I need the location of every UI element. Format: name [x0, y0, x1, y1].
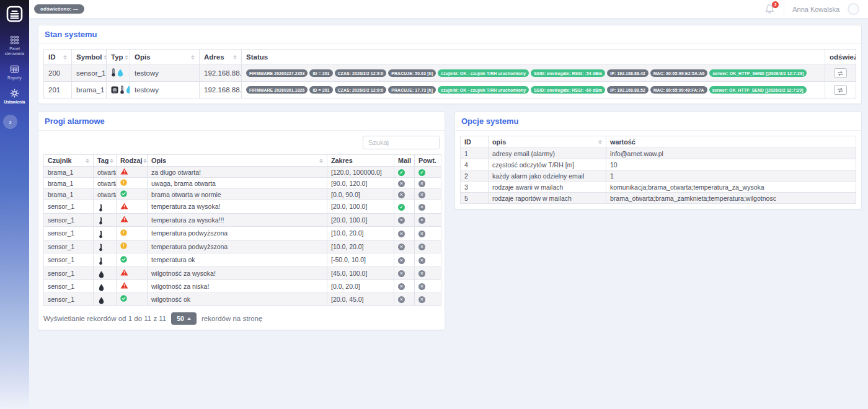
column-header-wartosc: wartość [606, 136, 856, 148]
cell-rodzaj [117, 213, 148, 227]
thermometer-icon [99, 231, 103, 239]
cell-zakres: [0.0, 90.0] [327, 189, 394, 200]
column-header-tag[interactable]: Tag [94, 155, 117, 167]
cross-icon: × [398, 180, 405, 187]
stan-systemu-panel: Stan systemu ID Symbol Typ Opis [38, 25, 862, 104]
cell-rodzaj [117, 266, 148, 279]
status-badge: MAC: 80:65:99:E2:5A:A6 [650, 69, 708, 77]
cell-zakres: [45.0, 100.0] [327, 266, 394, 279]
check-icon: ✓ [398, 169, 405, 176]
sort-icon[interactable] [191, 55, 195, 59]
cell-zakres: [-50.0, 10.0] [327, 253, 394, 267]
column-header-rodzaj[interactable]: Rodzaj [117, 155, 148, 167]
stan-row: 201 brama_1 [44, 82, 856, 99]
sidebar-item-label: Raporty [1, 76, 29, 81]
column-header-typ[interactable]: Typ [107, 50, 130, 65]
mail-state-icon: ✓ × [398, 169, 405, 176]
search-input[interactable] [363, 136, 440, 149]
cell-zakres: [20.0, 100.0] [327, 200, 394, 214]
refresh-button[interactable] [834, 85, 847, 95]
sidebar-item-panel-sterowania[interactable]: Panel sterowania [0, 35, 29, 56]
cell-mail: ✓ × [394, 200, 415, 214]
severity-icon [120, 190, 127, 197]
sort-icon[interactable] [86, 159, 89, 163]
column-header-czujnik[interactable]: Czujnik [44, 155, 94, 167]
cross-icon: × [418, 231, 425, 237]
column-header-opis[interactable]: Opis [130, 50, 200, 65]
cross-icon: × [418, 257, 425, 264]
cell-tag [94, 200, 117, 214]
sort-icon[interactable] [104, 55, 107, 59]
cell-zakres: [120.0, 100000.0] [327, 167, 394, 178]
sidebar-item-raporty[interactable]: Raporty [0, 64, 29, 81]
status-badge: PRACUJE: 50.63 [h] [388, 69, 436, 77]
alert-triangle-icon [120, 216, 128, 222]
cell-opis: rodzaje awarii w mailach [489, 182, 606, 193]
cross-icon: × [418, 244, 425, 250]
cell-czujnik: sensor_1 [44, 266, 94, 279]
mail-state-icon: ✓ × [398, 204, 405, 211]
severity-icon [120, 216, 128, 222]
cell-id: 1 [461, 148, 489, 159]
cell-tag [94, 227, 117, 240]
mail-state-icon: ✓ × [398, 231, 405, 237]
grid-icon [10, 35, 19, 45]
column-header-symbol[interactable]: Symbol [72, 50, 107, 65]
cell-powt: ✓ × [415, 266, 441, 279]
sort-icon[interactable] [143, 159, 147, 163]
cell-opis: temperatura za wysoka!!! [148, 213, 327, 227]
cell-powt: ✓ × [415, 200, 441, 214]
status-badge: FIRMWARE 20260227.2353 [246, 69, 308, 77]
column-header-opis[interactable]: Opis [148, 155, 327, 167]
sort-icon[interactable] [63, 55, 67, 59]
warning-circle-icon [120, 242, 127, 249]
column-header-id[interactable]: ID [44, 50, 72, 65]
pagination-footer: Wyświetlanie rekordów od 1 do 11 z 11 50… [43, 312, 440, 325]
severity-icon [120, 256, 127, 263]
app-logo[interactable] [0, 0, 29, 27]
cell-czujnik: sensor_1 [44, 227, 94, 240]
status-badge: SSID: envirogate; RSSI: -54 dBm [531, 69, 605, 77]
alarms-table: Czujnik Tag Rodzaj Opis Zakres Mail Powt… [43, 154, 441, 306]
avatar[interactable] [848, 3, 859, 15]
sort-icon[interactable] [233, 55, 237, 59]
sort-icon[interactable] [598, 140, 602, 144]
sidebar-collapse-button[interactable]: › [3, 115, 17, 129]
tag-icon [99, 231, 103, 239]
per-page-label: rekordów na stronę [202, 315, 262, 322]
refreshed-status-pill: odświeżono: — [34, 4, 84, 14]
cell-tag [94, 240, 117, 253]
column-header-opis[interactable]: opis [489, 136, 606, 148]
cell-powt: ✓ × [415, 292, 441, 306]
cross-icon: × [418, 283, 425, 290]
cross-icon: × [398, 191, 405, 198]
opcje-row: 4 częstość odczytów T/RH [m] 10 [461, 159, 856, 170]
mail-state-icon: ✓ × [398, 180, 405, 187]
sort-icon[interactable] [319, 159, 323, 163]
cell-powt: ✓ × [415, 279, 441, 292]
cell-symbol: brama_1 [72, 82, 107, 99]
sidebar-item-ustawienia[interactable]: Ustawienia [0, 89, 29, 105]
column-header-adres[interactable]: Adres [200, 50, 242, 65]
cell-rodzaj [117, 189, 148, 200]
refresh-button[interactable] [834, 68, 847, 78]
sort-icon[interactable] [125, 55, 128, 59]
cross-icon: × [418, 191, 425, 198]
repeat-state-icon: ✓ × [418, 270, 425, 277]
sort-icon[interactable] [110, 159, 113, 163]
main-area: odświeżono: — 2 Anna Kowalska Stan syste… [29, 0, 868, 409]
mail-state-icon: ✓ × [398, 270, 405, 277]
page-size-select[interactable]: 50 [171, 312, 197, 325]
cell-opis: brama otwarta w normie [148, 189, 327, 200]
repeat-state-icon: ✓ × [418, 169, 425, 176]
cell-tag [94, 292, 117, 306]
cross-icon: × [418, 270, 425, 277]
warning-circle-icon [120, 179, 127, 186]
cell-mail: ✓ × [394, 266, 415, 279]
droplet-icon [99, 271, 104, 278]
repeat-state-icon: ✓ × [418, 180, 425, 187]
content: Stan systemu ID Symbol Typ Opis [29, 19, 868, 409]
mail-state-icon: ✓ × [398, 191, 405, 198]
cell-odswiez [825, 82, 856, 99]
notifications-button[interactable]: 2 [764, 3, 776, 15]
